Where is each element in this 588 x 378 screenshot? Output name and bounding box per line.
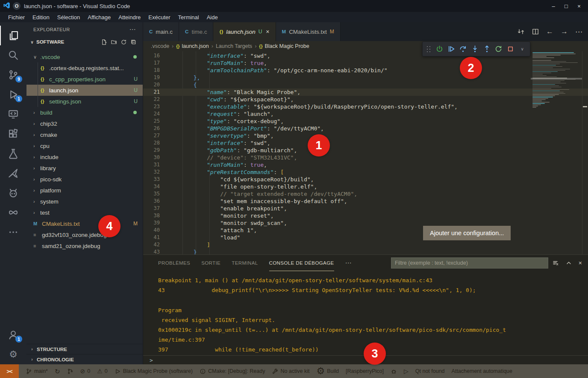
status-warnings[interactable]: ⚠0 <box>97 368 108 374</box>
status-cmake-kit[interactable]: No active kit <box>272 368 309 375</box>
menu-fichier[interactable]: Fichier <box>4 13 29 21</box>
activity-settings[interactable]: ⚙ <box>0 345 26 364</box>
tab-launch.json[interactable]: {}launch.jsonU× <box>213 22 276 41</box>
sidebar-more-icon[interactable]: ⋯ <box>129 26 136 33</box>
panel-tab-terminal[interactable]: TERMINAL <box>232 255 258 271</box>
status-debug-icon-item[interactable] <box>391 368 397 375</box>
drag-handle[interactable] <box>426 45 432 53</box>
more-actions-button[interactable]: ⋯ <box>575 27 583 36</box>
tab-CMakeLists.txt[interactable]: MCMakeLists.txtM <box>276 22 341 41</box>
activity-additional-views[interactable] <box>0 222 26 242</box>
tree-item-samd21_ozone.jdebug[interactable]: ≡samd21_ozone.jdebug <box>26 240 143 251</box>
tree-item-.vscode[interactable]: ∨.vscode <box>26 51 143 62</box>
menu-edition[interactable]: Edition <box>29 13 53 21</box>
maximize-panel-button[interactable] <box>565 260 572 266</box>
panel-tab-problèmes[interactable]: PROBLÈMES <box>158 255 190 271</box>
tree-item-chip32[interactable]: ›chip32 <box>26 118 143 129</box>
activity-explorer[interactable] <box>0 26 26 45</box>
menu-sélection[interactable]: Sélection <box>53 13 84 21</box>
status-debug-target[interactable]: Black Magic Probe (software) <box>115 368 193 375</box>
close-panel-button[interactable]: × <box>579 260 582 266</box>
step-out-button[interactable] <box>481 43 493 55</box>
minimize-button[interactable]: – <box>548 1 559 11</box>
tree-item-build[interactable]: ›build <box>26 107 143 118</box>
tree-item-c_cpp_properties.json[interactable]: {}c_cpp_properties.jsonU <box>26 74 143 85</box>
remote-indicator[interactable]: >< <box>0 364 19 378</box>
tab-main.c[interactable]: Cmain.c <box>143 22 179 41</box>
menu-aide[interactable]: Aide <box>203 13 222 21</box>
breadcrumb-item-launch-targets[interactable]: Launch Targets <box>216 43 252 49</box>
activity-visual-studio-tools[interactable] <box>0 203 26 222</box>
tree-item-CMakeLists.txt[interactable]: MCMakeLists.txtM <box>26 218 143 229</box>
tree-item-library[interactable]: ›library <box>26 162 143 174</box>
status-errors[interactable]: ⊘0 <box>80 368 91 374</box>
timeline-section[interactable]: › CHRONOLOGIE <box>26 354 143 364</box>
tab-time.c[interactable]: Ctime.c <box>179 22 213 41</box>
navigate-back-button[interactable]: ← <box>546 27 554 36</box>
close-tab-icon[interactable]: × <box>266 28 269 35</box>
activity-source-control[interactable]: 9 <box>0 65 26 85</box>
tree-item-platform[interactable]: ›platform <box>26 185 143 196</box>
activity-extensions[interactable] <box>0 124 26 144</box>
refresh-explorer-button[interactable] <box>121 39 127 45</box>
activity-platformio-home[interactable] <box>0 183 26 203</box>
activity-remote-explorer[interactable] <box>0 104 26 124</box>
new-folder-button[interactable] <box>111 39 117 45</box>
menu-affichage[interactable]: Affichage <box>84 13 115 21</box>
more-button[interactable]: ∨ <box>516 43 528 55</box>
editor-scrollbar[interactable] <box>582 51 588 254</box>
step-into-button[interactable] <box>469 43 481 55</box>
panel-tab-console-de-débogage[interactable]: CONSOLE DE DÉBOGAGE <box>269 255 334 271</box>
activity-run-and-debug[interactable]: 1 <box>0 85 26 104</box>
split-editor-button[interactable] <box>532 28 539 35</box>
tree-item-gd32vf103_ozone.jdebug[interactable]: ≡gd32vf103_ozone.jdebug <box>26 229 143 240</box>
console-filter-input[interactable] <box>391 257 548 269</box>
code-editor[interactable]: 16 "interface": "swd",17 "runToMain": tr… <box>143 51 588 254</box>
status-cmake-status[interactable]: CMake: [Debug]: Ready <box>200 368 265 375</box>
tree-item-cmake[interactable]: ›cmake <box>26 129 143 140</box>
status-cmake-build[interactable]: ⚙Build <box>317 366 339 376</box>
navigate-forward-button[interactable]: → <box>561 27 568 36</box>
outline-section[interactable]: › STRUCTURE <box>26 344 143 354</box>
menu-atteindre[interactable]: Atteindre <box>115 13 144 21</box>
collapse-folders-button[interactable] <box>130 39 137 45</box>
status-git-branch[interactable]: main* <box>26 368 48 375</box>
status-cmake-target[interactable]: [RaspberryPico] <box>346 368 384 374</box>
status-git-sync[interactable]: ↻ <box>55 368 60 375</box>
tree-item-system[interactable]: ›system <box>26 196 143 207</box>
add-configuration-button[interactable]: Ajouter une configuration... <box>423 226 511 240</box>
restart-button[interactable] <box>493 43 505 55</box>
breadcrumb-item-.vscode[interactable]: .vscode <box>151 43 169 49</box>
status-auto-attach[interactable]: Attachement automatique <box>452 368 512 374</box>
clear-console-button[interactable] <box>552 260 559 266</box>
workspace-section-header[interactable]: ∨ SOFTWARE <box>26 37 143 47</box>
activity-platformio-tools[interactable] <box>0 163 26 183</box>
tree-item-cpu[interactable]: ›cpu <box>26 140 143 151</box>
power-button[interactable] <box>433 43 445 55</box>
tree-item-pico-sdk[interactable]: ›pico-sdk <box>26 174 143 185</box>
panel-tab-sortie[interactable]: SORTIE <box>201 255 220 271</box>
close-button[interactable]: × <box>573 1 585 11</box>
stop-button[interactable] <box>505 43 517 55</box>
tree-item-settings.json[interactable]: {}settings.jsonU <box>26 96 143 107</box>
menu-terminal[interactable]: Terminal <box>174 13 203 21</box>
new-file-button[interactable] <box>101 39 107 45</box>
tree-item-include[interactable]: ›include <box>26 151 143 162</box>
activity-search[interactable] <box>0 45 26 65</box>
activity-testing[interactable] <box>0 144 26 163</box>
status-launch-icon-item[interactable]: ▷ <box>404 368 409 374</box>
tree-item-.cortex-debug.registers.stat...[interactable]: {}.cortex-debug.registers.stat... <box>26 62 143 74</box>
menu-exécuter[interactable]: Exécuter <box>144 13 174 21</box>
continue-button[interactable] <box>445 43 457 55</box>
step-over-button[interactable] <box>457 43 469 55</box>
panel-more-icon[interactable]: ⋯ <box>345 259 353 267</box>
status-qt-status[interactable]: Qt not found <box>415 368 445 374</box>
breadcrumb-item-launch.json[interactable]: {}launch.json <box>176 43 209 49</box>
minimap[interactable] <box>532 52 580 138</box>
open-changes-button[interactable] <box>517 28 525 35</box>
tree-item-test[interactable]: ›test <box>26 207 143 218</box>
maximize-button[interactable]: □ <box>561 1 572 11</box>
activity-accounts[interactable]: 1 <box>0 325 26 345</box>
status-git-graph[interactable] <box>67 368 74 375</box>
tree-item-launch.json[interactable]: {}launch.jsonU <box>26 85 143 96</box>
